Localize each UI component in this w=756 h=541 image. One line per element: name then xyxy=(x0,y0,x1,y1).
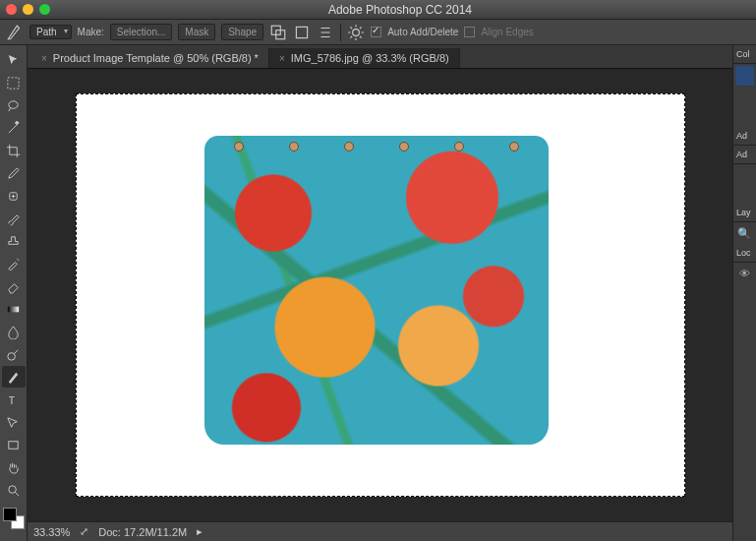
stamp-tool[interactable] xyxy=(2,230,26,252)
app-title: Adobe Photoshop CC 2014 xyxy=(50,3,750,17)
document-tabs: ×Product Image Template @ 50% (RGB/8) * … xyxy=(28,45,732,69)
path-tool[interactable] xyxy=(2,411,26,433)
rectangle-tool[interactable] xyxy=(2,434,26,455)
doc-size: Doc: 17.2M/11.2M xyxy=(98,526,187,538)
selection-button[interactable]: Selection... xyxy=(110,24,172,40)
type-tool[interactable]: T xyxy=(2,389,26,410)
color-panel-tab[interactable]: Col xyxy=(733,45,756,64)
wand-tool[interactable] xyxy=(2,117,26,139)
svg-rect-10 xyxy=(9,441,18,449)
align-edges-checkbox[interactable] xyxy=(464,27,475,37)
align-edges-label: Align Edges xyxy=(481,27,533,37)
svg-point-3 xyxy=(353,29,360,35)
canvas[interactable] xyxy=(76,93,685,497)
gear-icon[interactable] xyxy=(347,24,365,41)
minimize-window-button[interactable] xyxy=(23,4,33,15)
marquee-tool[interactable] xyxy=(2,72,26,93)
adjustments-panel-tab[interactable]: Ad xyxy=(733,127,756,146)
canvas-viewport[interactable] xyxy=(28,69,732,521)
visibility-icon[interactable]: 👁 xyxy=(733,263,755,284)
combine-icon[interactable] xyxy=(269,24,287,41)
tab-img-5786[interactable]: ×IMG_5786.jpg @ 33.3% (RGB/8) xyxy=(269,48,460,68)
brush-tool[interactable] xyxy=(2,208,26,229)
arrange-icon[interactable] xyxy=(317,24,334,41)
pen-tool-icon xyxy=(6,24,24,41)
gradient-tool[interactable] xyxy=(2,298,26,320)
svg-point-5 xyxy=(9,100,18,108)
zoom-tool[interactable] xyxy=(2,479,26,501)
lasso-tool[interactable] xyxy=(2,94,26,116)
search-icon[interactable]: 🔍 xyxy=(733,222,755,244)
shape-button[interactable]: Shape xyxy=(221,24,263,40)
chevron-right-icon[interactable]: ▸ xyxy=(197,525,203,538)
svg-rect-7 xyxy=(8,306,19,312)
eraser-tool[interactable] xyxy=(2,275,26,297)
close-window-button[interactable] xyxy=(6,4,17,15)
titlebar: Adobe Photoshop CC 2014 xyxy=(0,0,756,20)
main-area: T ×Product Image Template @ 50% (RGB/8) … xyxy=(0,45,756,541)
separator xyxy=(340,24,341,41)
expand-icon[interactable]: ⤢ xyxy=(80,525,88,538)
maximize-window-button[interactable] xyxy=(39,4,50,15)
tab-label: Product Image Template @ 50% (RGB/8) * xyxy=(53,52,259,64)
blur-tool[interactable] xyxy=(2,321,26,342)
tab-label: IMG_5786.jpg @ 33.3% (RGB/8) xyxy=(291,52,449,64)
options-bar: Path Make: Selection... Mask Shape Auto … xyxy=(0,20,756,45)
tools-panel: T xyxy=(0,45,28,541)
svg-text:T: T xyxy=(9,395,16,406)
color-swatch[interactable] xyxy=(3,508,25,529)
hand-tool[interactable] xyxy=(2,456,26,478)
pen-tool[interactable] xyxy=(2,366,26,388)
window-controls xyxy=(6,4,50,15)
svg-point-11 xyxy=(9,485,17,493)
auto-add-delete-label: Auto Add/Delete xyxy=(387,27,458,37)
svg-point-8 xyxy=(8,352,16,360)
move-tool[interactable] xyxy=(2,49,26,71)
layers-panel-tab[interactable]: Lay xyxy=(733,204,756,222)
svg-rect-2 xyxy=(297,27,308,37)
history-brush-tool[interactable] xyxy=(2,253,26,274)
close-icon[interactable]: × xyxy=(41,53,47,64)
make-label: Make: xyxy=(78,27,104,37)
heal-tool[interactable] xyxy=(2,185,26,207)
dodge-tool[interactable] xyxy=(2,343,26,365)
close-icon[interactable]: × xyxy=(279,53,285,64)
mask-button[interactable]: Mask xyxy=(178,24,215,40)
lock-label: Loc xyxy=(733,244,756,263)
auto-add-delete-checkbox[interactable] xyxy=(371,27,381,37)
zoom-level[interactable]: 33.33% xyxy=(33,526,70,538)
crop-tool[interactable] xyxy=(2,140,26,161)
eyedropper-tool[interactable] xyxy=(2,162,26,184)
tab-template[interactable]: ×Product Image Template @ 50% (RGB/8) * xyxy=(31,48,269,68)
svg-rect-4 xyxy=(8,77,19,88)
align-icon[interactable] xyxy=(293,24,311,41)
product-image-pillow xyxy=(204,136,549,445)
status-bar: 33.33% ⤢ Doc: 17.2M/11.2M ▸ xyxy=(28,521,732,541)
right-panels: Col Ad Ad Lay 🔍 Loc 👁 xyxy=(732,45,756,541)
document-area: ×Product Image Template @ 50% (RGB/8) * … xyxy=(28,45,732,541)
mode-select[interactable]: Path xyxy=(29,25,72,39)
color-preview[interactable] xyxy=(735,66,754,86)
adjustments-panel-tab-2[interactable]: Ad xyxy=(733,146,756,164)
